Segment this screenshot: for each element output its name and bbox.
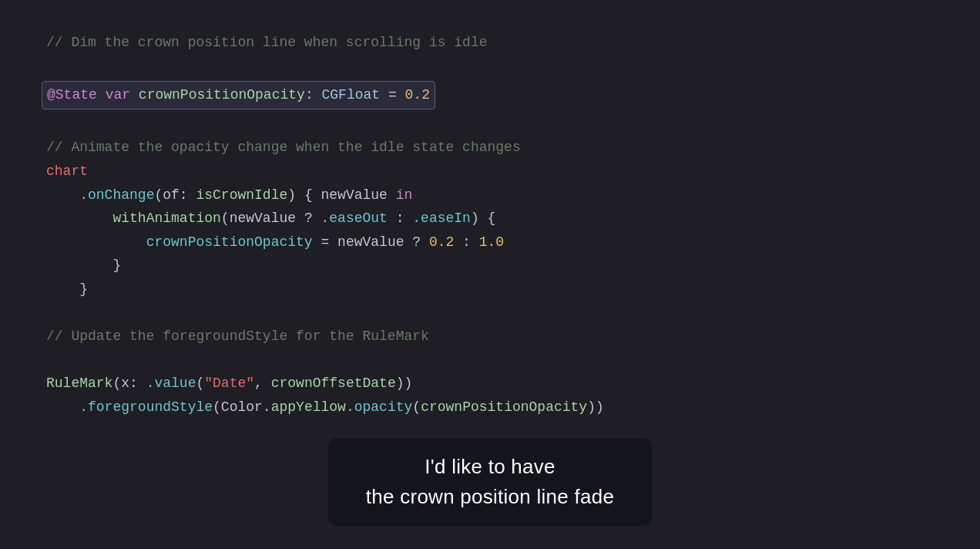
comment-line-3: // Update the foregroundStyle for the Ru… — [46, 325, 934, 349]
value-method: .value — [146, 376, 196, 391]
crown-position-opacity-assign: crownPositionOpacity — [146, 234, 313, 250]
close-brace-outer: } — [46, 278, 934, 301]
at-state-keyword: @State — [47, 87, 97, 103]
with-animation-call: withAnimation — [112, 211, 220, 226]
chart-keyword: chart — [46, 163, 88, 179]
rulemark-line: RuleMark(x: .value("Date", crownOffsetDa… — [46, 372, 934, 396]
state-declaration-line: @State var crownPositionOpacity: CGFloat… — [46, 81, 934, 109]
crown-offset-date: crownOffsetDate — [271, 376, 396, 391]
foreground-style-method: .foregroundStyle — [79, 399, 213, 415]
in-keyword: in — [396, 187, 413, 203]
comment-line-2: // Animate the opacity change when the i… — [46, 136, 934, 160]
code-editor: // Dim the crown position line when scro… — [0, 0, 980, 450]
ease-out: .easeOut — [321, 211, 387, 226]
comment-text-2: // Animate the opacity change when the i… — [46, 140, 521, 155]
onchange-line: .onChange(of: isCrownIdle) { newValue in — [46, 184, 934, 207]
comment-text-3: // Update the foregroundStyle for the Ru… — [46, 328, 429, 344]
comment-text-1: // Dim the crown position line when scro… — [46, 35, 488, 50]
onchange-method: .onChange — [79, 187, 154, 203]
comment-line-1: // Dim the crown position line when scro… — [46, 31, 934, 55]
app-yellow: appYellow — [271, 399, 346, 415]
var-keyword: var — [106, 87, 130, 103]
value-dim: 0.2 — [429, 234, 454, 250]
opacity-method: opacity — [354, 399, 413, 415]
type-name: CGFloat — [322, 87, 381, 103]
chart-keyword-line: chart — [46, 160, 934, 184]
subtitle-box: I'd like to have the crown position line… — [328, 438, 652, 526]
variable-name: crownPositionOpacity — [139, 87, 305, 103]
assignment-line: crownPositionOpacity = newValue ? 0.2 : … — [46, 231, 934, 254]
empty-line-1 — [46, 55, 934, 79]
subtitle-line-2: the crown position line fade — [366, 485, 614, 508]
with-animation-line: withAnimation(newValue ? .easeOut : .eas… — [46, 207, 934, 231]
value-full: 1.0 — [479, 234, 504, 250]
subtitle-text: I'd like to have the crown position line… — [359, 452, 621, 512]
subtitle-line-1: I'd like to have — [425, 455, 555, 478]
close-brace-inner: } — [46, 254, 934, 278]
empty-line-3 — [46, 301, 934, 325]
empty-line-4 — [46, 349, 934, 372]
ease-in: .easeIn — [412, 211, 471, 226]
is-crown-idle-param: isCrownIdle — [196, 187, 287, 203]
foreground-style-line: .foregroundStyle(Color.appYellow.opacity… — [46, 396, 934, 419]
rulemark-name: RuleMark — [46, 376, 112, 391]
initial-value: 0.2 — [405, 87, 430, 103]
crown-position-opacity-ref: crownPositionOpacity — [421, 399, 587, 415]
date-string: "Date" — [204, 376, 254, 391]
empty-line-2 — [46, 113, 934, 136]
state-declaration: @State var crownPositionOpacity: CGFloat… — [42, 81, 435, 109]
